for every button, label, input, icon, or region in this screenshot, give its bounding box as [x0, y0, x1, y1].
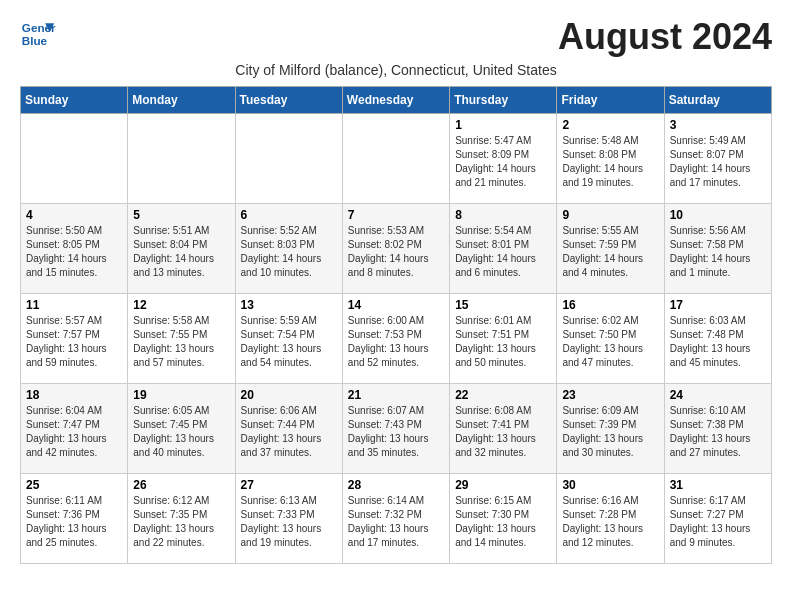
day-number: 16 — [562, 298, 658, 312]
calendar-cell: 4Sunrise: 5:50 AM Sunset: 8:05 PM Daylig… — [21, 204, 128, 294]
day-number: 17 — [670, 298, 766, 312]
calendar-cell: 28Sunrise: 6:14 AM Sunset: 7:32 PM Dayli… — [342, 474, 449, 564]
day-info: Sunrise: 5:53 AM Sunset: 8:02 PM Dayligh… — [348, 224, 444, 280]
day-info: Sunrise: 5:48 AM Sunset: 8:08 PM Dayligh… — [562, 134, 658, 190]
day-info: Sunrise: 6:07 AM Sunset: 7:43 PM Dayligh… — [348, 404, 444, 460]
calendar-cell: 24Sunrise: 6:10 AM Sunset: 7:38 PM Dayli… — [664, 384, 771, 474]
day-info: Sunrise: 6:14 AM Sunset: 7:32 PM Dayligh… — [348, 494, 444, 550]
day-number: 8 — [455, 208, 551, 222]
day-number: 10 — [670, 208, 766, 222]
page-header: General Blue August 2024 — [20, 16, 772, 58]
calendar-cell: 14Sunrise: 6:00 AM Sunset: 7:53 PM Dayli… — [342, 294, 449, 384]
header-wednesday: Wednesday — [342, 87, 449, 114]
day-info: Sunrise: 6:15 AM Sunset: 7:30 PM Dayligh… — [455, 494, 551, 550]
calendar-cell: 3Sunrise: 5:49 AM Sunset: 8:07 PM Daylig… — [664, 114, 771, 204]
calendar-cell: 10Sunrise: 5:56 AM Sunset: 7:58 PM Dayli… — [664, 204, 771, 294]
day-number: 15 — [455, 298, 551, 312]
day-info: Sunrise: 6:10 AM Sunset: 7:38 PM Dayligh… — [670, 404, 766, 460]
calendar-cell: 5Sunrise: 5:51 AM Sunset: 8:04 PM Daylig… — [128, 204, 235, 294]
calendar-cell: 18Sunrise: 6:04 AM Sunset: 7:47 PM Dayli… — [21, 384, 128, 474]
day-info: Sunrise: 5:55 AM Sunset: 7:59 PM Dayligh… — [562, 224, 658, 280]
day-number: 18 — [26, 388, 122, 402]
calendar-cell: 22Sunrise: 6:08 AM Sunset: 7:41 PM Dayli… — [450, 384, 557, 474]
calendar-cell: 2Sunrise: 5:48 AM Sunset: 8:08 PM Daylig… — [557, 114, 664, 204]
day-info: Sunrise: 5:52 AM Sunset: 8:03 PM Dayligh… — [241, 224, 337, 280]
day-number: 3 — [670, 118, 766, 132]
calendar-cell: 11Sunrise: 5:57 AM Sunset: 7:57 PM Dayli… — [21, 294, 128, 384]
month-title: August 2024 — [558, 16, 772, 58]
calendar-cell: 19Sunrise: 6:05 AM Sunset: 7:45 PM Dayli… — [128, 384, 235, 474]
day-info: Sunrise: 6:03 AM Sunset: 7:48 PM Dayligh… — [670, 314, 766, 370]
day-number: 19 — [133, 388, 229, 402]
calendar-cell: 13Sunrise: 5:59 AM Sunset: 7:54 PM Dayli… — [235, 294, 342, 384]
day-number: 11 — [26, 298, 122, 312]
day-info: Sunrise: 5:49 AM Sunset: 8:07 PM Dayligh… — [670, 134, 766, 190]
svg-text:Blue: Blue — [22, 34, 48, 47]
day-number: 5 — [133, 208, 229, 222]
day-info: Sunrise: 5:57 AM Sunset: 7:57 PM Dayligh… — [26, 314, 122, 370]
day-info: Sunrise: 5:54 AM Sunset: 8:01 PM Dayligh… — [455, 224, 551, 280]
day-number: 4 — [26, 208, 122, 222]
day-info: Sunrise: 6:16 AM Sunset: 7:28 PM Dayligh… — [562, 494, 658, 550]
calendar-cell: 8Sunrise: 5:54 AM Sunset: 8:01 PM Daylig… — [450, 204, 557, 294]
calendar-week-1: 1Sunrise: 5:47 AM Sunset: 8:09 PM Daylig… — [21, 114, 772, 204]
day-number: 26 — [133, 478, 229, 492]
day-number: 29 — [455, 478, 551, 492]
day-info: Sunrise: 6:11 AM Sunset: 7:36 PM Dayligh… — [26, 494, 122, 550]
day-info: Sunrise: 5:47 AM Sunset: 8:09 PM Dayligh… — [455, 134, 551, 190]
calendar-cell: 29Sunrise: 6:15 AM Sunset: 7:30 PM Dayli… — [450, 474, 557, 564]
calendar-cell: 31Sunrise: 6:17 AM Sunset: 7:27 PM Dayli… — [664, 474, 771, 564]
calendar-week-2: 4Sunrise: 5:50 AM Sunset: 8:05 PM Daylig… — [21, 204, 772, 294]
day-number: 28 — [348, 478, 444, 492]
calendar-cell — [128, 114, 235, 204]
calendar-cell: 21Sunrise: 6:07 AM Sunset: 7:43 PM Dayli… — [342, 384, 449, 474]
day-number: 2 — [562, 118, 658, 132]
day-number: 31 — [670, 478, 766, 492]
logo-icon: General Blue — [20, 16, 56, 52]
day-info: Sunrise: 6:09 AM Sunset: 7:39 PM Dayligh… — [562, 404, 658, 460]
day-info: Sunrise: 6:04 AM Sunset: 7:47 PM Dayligh… — [26, 404, 122, 460]
day-number: 30 — [562, 478, 658, 492]
day-info: Sunrise: 5:59 AM Sunset: 7:54 PM Dayligh… — [241, 314, 337, 370]
day-info: Sunrise: 5:58 AM Sunset: 7:55 PM Dayligh… — [133, 314, 229, 370]
calendar-cell: 15Sunrise: 6:01 AM Sunset: 7:51 PM Dayli… — [450, 294, 557, 384]
calendar-cell: 27Sunrise: 6:13 AM Sunset: 7:33 PM Dayli… — [235, 474, 342, 564]
calendar-cell: 30Sunrise: 6:16 AM Sunset: 7:28 PM Dayli… — [557, 474, 664, 564]
day-info: Sunrise: 6:00 AM Sunset: 7:53 PM Dayligh… — [348, 314, 444, 370]
day-info: Sunrise: 6:01 AM Sunset: 7:51 PM Dayligh… — [455, 314, 551, 370]
header-friday: Friday — [557, 87, 664, 114]
calendar-week-3: 11Sunrise: 5:57 AM Sunset: 7:57 PM Dayli… — [21, 294, 772, 384]
day-info: Sunrise: 6:08 AM Sunset: 7:41 PM Dayligh… — [455, 404, 551, 460]
day-number: 22 — [455, 388, 551, 402]
day-number: 12 — [133, 298, 229, 312]
day-number: 27 — [241, 478, 337, 492]
day-number: 6 — [241, 208, 337, 222]
calendar-cell — [235, 114, 342, 204]
header-monday: Monday — [128, 87, 235, 114]
calendar-cell: 12Sunrise: 5:58 AM Sunset: 7:55 PM Dayli… — [128, 294, 235, 384]
calendar-cell: 16Sunrise: 6:02 AM Sunset: 7:50 PM Dayli… — [557, 294, 664, 384]
calendar-table: Sunday Monday Tuesday Wednesday Thursday… — [20, 86, 772, 564]
calendar-cell: 20Sunrise: 6:06 AM Sunset: 7:44 PM Dayli… — [235, 384, 342, 474]
day-number: 21 — [348, 388, 444, 402]
calendar-week-4: 18Sunrise: 6:04 AM Sunset: 7:47 PM Dayli… — [21, 384, 772, 474]
day-info: Sunrise: 6:06 AM Sunset: 7:44 PM Dayligh… — [241, 404, 337, 460]
day-number: 25 — [26, 478, 122, 492]
day-number: 1 — [455, 118, 551, 132]
day-info: Sunrise: 5:51 AM Sunset: 8:04 PM Dayligh… — [133, 224, 229, 280]
header-saturday: Saturday — [664, 87, 771, 114]
calendar-cell: 9Sunrise: 5:55 AM Sunset: 7:59 PM Daylig… — [557, 204, 664, 294]
calendar-cell: 7Sunrise: 5:53 AM Sunset: 8:02 PM Daylig… — [342, 204, 449, 294]
day-number: 14 — [348, 298, 444, 312]
calendar-cell: 6Sunrise: 5:52 AM Sunset: 8:03 PM Daylig… — [235, 204, 342, 294]
calendar-subtitle: City of Milford (balance), Connecticut, … — [20, 62, 772, 78]
header-tuesday: Tuesday — [235, 87, 342, 114]
calendar-cell — [342, 114, 449, 204]
calendar-cell: 17Sunrise: 6:03 AM Sunset: 7:48 PM Dayli… — [664, 294, 771, 384]
calendar-cell: 26Sunrise: 6:12 AM Sunset: 7:35 PM Dayli… — [128, 474, 235, 564]
calendar-cell: 25Sunrise: 6:11 AM Sunset: 7:36 PM Dayli… — [21, 474, 128, 564]
day-number: 24 — [670, 388, 766, 402]
day-info: Sunrise: 6:05 AM Sunset: 7:45 PM Dayligh… — [133, 404, 229, 460]
day-number: 20 — [241, 388, 337, 402]
day-info: Sunrise: 5:50 AM Sunset: 8:05 PM Dayligh… — [26, 224, 122, 280]
